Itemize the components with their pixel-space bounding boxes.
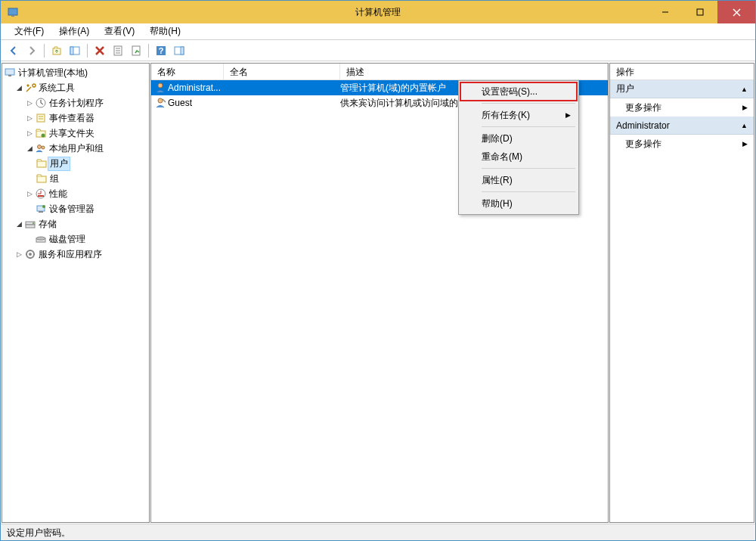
ctx-label: 重命名(M) — [482, 151, 522, 163]
delete-button[interactable] — [91, 42, 108, 59]
ctx-set-password[interactable]: 设置密码(S)... — [460, 82, 577, 101]
status-text: 设定用户密码。 — [7, 527, 70, 538]
ctx-label: 删除(D) — [482, 132, 513, 145]
menu-view[interactable]: 查看(V) — [100, 23, 139, 39]
ctx-properties[interactable]: 属性(R) — [460, 171, 577, 189]
menu-file[interactable]: 文件(F) — [10, 23, 48, 39]
action-group-administrator[interactable]: Administrator ▲ — [610, 117, 754, 135]
tree-groups[interactable]: 组 — [2, 171, 149, 186]
tree-label: 本地用户和组 — [49, 142, 104, 155]
svg-rect-30 — [37, 161, 46, 167]
tree-systools[interactable]: ◢ 系统工具 — [2, 80, 149, 95]
menu-action[interactable]: 操作(A) — [54, 23, 94, 39]
toolbar: ? — [1, 40, 755, 61]
refresh-button[interactable] — [128, 42, 144, 59]
actions-header: 操作 — [610, 64, 754, 80]
device-icon — [35, 203, 47, 215]
menubar: 文件(F) 操作(A) 查看(V) 帮助(H) — [1, 23, 755, 40]
svg-rect-35 — [39, 211, 43, 213]
tree-label: 任务计划程序 — [49, 97, 104, 110]
properties-button[interactable] — [110, 42, 126, 59]
tree-shared[interactable]: ▷ 共享文件夹 — [2, 126, 149, 141]
tree-perf[interactable]: ▷ 性能 — [2, 186, 149, 201]
svg-point-27 — [42, 134, 45, 138]
tree-eventvwr[interactable]: ▷ 事件查看器 — [2, 110, 149, 126]
tree-localusers[interactable]: ◢ 本地用户和组 — [2, 141, 149, 156]
maximize-button[interactable] — [683, 1, 717, 23]
tree-label: 事件查看器 — [49, 112, 94, 125]
tree-label: 性能 — [49, 188, 67, 201]
svg-point-28 — [38, 145, 42, 149]
close-button[interactable] — [717, 1, 755, 23]
tree-diskmgmt[interactable]: 磁盘管理 — [2, 232, 149, 247]
svg-text:?: ? — [159, 46, 164, 55]
computer-icon — [4, 67, 16, 79]
tree-tasksched[interactable]: ▷ 任务计划程序 — [2, 95, 149, 110]
ctx-rename[interactable]: 重命名(M) — [460, 148, 577, 166]
forward-button[interactable] — [23, 42, 40, 59]
col-description[interactable]: 描述 — [340, 64, 608, 79]
eventlog-icon — [35, 112, 47, 124]
action-group-users[interactable]: 用户 ▲ — [610, 80, 754, 98]
titlebar[interactable]: 计算机管理 — [1, 1, 755, 23]
help-button[interactable]: ? — [153, 42, 169, 59]
list-panel: 名称 全名 描述 Administrat... 管理计算机(域)的内置帐户 Gu… — [150, 63, 609, 523]
col-name[interactable]: 名称 — [151, 64, 224, 79]
tree-panel[interactable]: 计算机管理(本地) ◢ 系统工具 ▷ 任务计划程序 ▷ 事件查看器 ▷ 共享文件… — [2, 63, 150, 523]
submenu-arrow-icon: ▶ — [565, 111, 571, 119]
tree-users[interactable]: 用户 — [2, 156, 149, 171]
tree-storage[interactable]: ◢ 存储 — [2, 216, 149, 232]
collapse-icon[interactable]: ◢ — [25, 144, 34, 153]
back-button[interactable] — [5, 42, 22, 59]
tree-label: 磁盘管理 — [49, 233, 85, 246]
ctx-label: 帮助(H) — [482, 197, 513, 210]
expand-icon[interactable]: ▷ — [25, 189, 34, 198]
collapse-icon[interactable]: ◢ — [14, 219, 23, 229]
tree-devmgr[interactable]: 设备管理器 — [2, 201, 149, 216]
tree-services[interactable]: ▷ 服务和应用程序 — [2, 247, 149, 262]
window-title: 计算机管理 — [355, 6, 401, 19]
toolbar-separator — [87, 44, 88, 58]
expand-icon[interactable]: ▷ — [25, 113, 34, 123]
perf-icon — [35, 188, 47, 200]
tree-label: 服务和应用程序 — [39, 248, 102, 261]
svg-rect-0 — [8, 8, 17, 15]
content-area: 计算机管理(本地) ◢ 系统工具 ▷ 任务计划程序 ▷ 事件查看器 ▷ 共享文件… — [1, 61, 755, 524]
collapse-icon[interactable]: ▲ — [741, 86, 748, 93]
tree-label: 计算机管理(本地) — [18, 67, 88, 79]
expand-icon[interactable]: ▷ — [25, 129, 34, 138]
app-icon — [7, 6, 19, 18]
tree-root[interactable]: 计算机管理(本地) — [2, 65, 149, 80]
col-fullname[interactable]: 全名 — [224, 64, 340, 79]
folder-icon — [36, 173, 48, 185]
svg-rect-31 — [37, 176, 46, 182]
context-menu: 设置密码(S)... 所有任务(K)▶ 删除(D) 重命名(M) 属性(R) 帮… — [458, 80, 579, 215]
menu-help[interactable]: 帮助(H) — [145, 23, 185, 39]
ctx-label: 设置密码(S)... — [482, 86, 538, 98]
svg-rect-3 — [697, 9, 703, 15]
showhide-button[interactable] — [67, 42, 83, 59]
svg-rect-20 — [5, 69, 14, 75]
action-more-admin[interactable]: 更多操作 ▶ — [610, 135, 754, 153]
expand-icon[interactable]: ▷ — [25, 98, 34, 107]
collapse-icon[interactable]: ◢ — [14, 83, 23, 92]
list-header: 名称 全名 描述 — [151, 64, 608, 80]
ctx-help[interactable]: 帮助(H) — [460, 194, 577, 213]
svg-rect-1 — [11, 15, 14, 17]
svg-rect-21 — [8, 75, 11, 76]
ctx-label: 所有任务(K) — [482, 109, 530, 122]
ctx-separator — [482, 103, 575, 104]
minimize-button[interactable] — [648, 1, 683, 23]
tree-label: 组 — [50, 173, 59, 185]
ctx-all-tasks[interactable]: 所有任务(K)▶ — [460, 106, 577, 124]
collapse-icon[interactable]: ▲ — [741, 122, 748, 129]
action-more-users[interactable]: 更多操作 ▶ — [610, 98, 754, 117]
ctx-separator — [482, 126, 575, 127]
actionpane-button[interactable] — [171, 42, 187, 59]
svg-point-39 — [33, 222, 34, 224]
actions-panel: 操作 用户 ▲ 更多操作 ▶ Administrator ▲ 更多操作 ▶ — [609, 63, 754, 523]
up-button[interactable] — [48, 42, 65, 59]
app-window: 计算机管理 文件(F) 操作(A) 查看(V) 帮助(H) ? 计算机管理(本地… — [0, 0, 756, 541]
expand-icon[interactable]: ▷ — [14, 250, 23, 259]
ctx-delete[interactable]: 删除(D) — [460, 129, 577, 148]
